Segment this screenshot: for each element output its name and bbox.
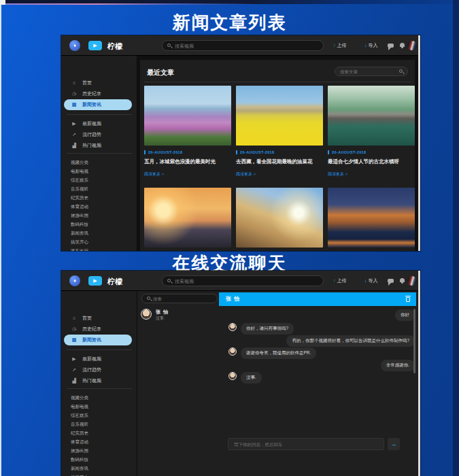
sidebar-divider: [67, 350, 132, 350]
video-search-input[interactable]: [175, 41, 318, 50]
sidebar-item-latest-videos[interactable]: ▶最新视频: [61, 118, 137, 129]
sidebar-divider: [67, 153, 132, 154]
divider: [144, 82, 411, 82]
article-image-stone-bridge: [328, 86, 415, 146]
sidebar-item-hot-videos[interactable]: ▟热门视频: [61, 375, 137, 386]
sidebar-item-trending[interactable]: ↗流行趋势: [61, 129, 137, 140]
sidebar-category[interactable]: 音乐视听: [71, 184, 137, 193]
message-input[interactable]: [234, 439, 377, 449]
sidebar-item-hot-videos[interactable]: ▟热门视频: [61, 140, 137, 151]
home-icon: ⌂: [71, 78, 78, 88]
user-avatar[interactable]: [407, 41, 417, 50]
sidebar-category[interactable]: 视频分类: [71, 393, 137, 402]
article-title[interactable]: 五月，冰城紫色浪漫的最美时光: [144, 158, 231, 165]
article-search-box[interactable]: [335, 67, 408, 76]
article-card[interactable]: 20-AUGUST-2018 最适合七夕情人节的古北水镇呀 阅读更多 >: [328, 86, 415, 177]
article-card[interactable]: 20-AUGUST-2018 五月，冰城紫色浪漫的最美时光 阅读更多 >: [144, 86, 231, 177]
app-logo-icon[interactable]: ♦: [69, 275, 80, 286]
article-card[interactable]: [236, 188, 323, 248]
sidebar-category[interactable]: 旅游出国: [71, 446, 137, 455]
app-logo-icon[interactable]: ♦: [69, 40, 80, 51]
messages-icon[interactable]: [388, 279, 394, 283]
search-icon: [399, 69, 403, 73]
user-avatar[interactable]: [407, 276, 417, 286]
sidebar-category[interactable]: 搞笑开心: [71, 237, 137, 246]
play-logo-icon[interactable]: ▶: [88, 276, 102, 286]
article-image-rapeseed-field: [236, 86, 323, 146]
notifications-icon[interactable]: [400, 278, 405, 282]
sidebar-category[interactable]: 旅游出国: [71, 211, 137, 220]
article-title[interactable]: 最适合七夕情人节的古北水镇呀: [328, 158, 415, 165]
video-search-box[interactable]: [162, 275, 324, 286]
article-card[interactable]: [328, 188, 415, 248]
contact-name[interactable]: 张 怡: [156, 309, 169, 316]
play-logo-icon[interactable]: ▶: [88, 41, 102, 50]
right-edge-band: [453, 0, 459, 476]
send-button[interactable]: →: [388, 438, 400, 450]
video-search-input[interactable]: [175, 276, 318, 286]
sidebar-item-news-active[interactable]: ▤新闻资讯: [64, 335, 132, 345]
sidebar-category[interactable]: 汽车出行: [71, 246, 137, 251]
read-more-link[interactable]: 阅读更多 >: [144, 171, 231, 177]
app-header: ♦ ▶ 柠檬 ↑上传 ↓导入: [61, 271, 418, 291]
sidebar-category[interactable]: 电影电视: [71, 402, 137, 411]
message-input-box[interactable]: [228, 438, 384, 450]
sidebar-category[interactable]: 体育运动: [71, 202, 137, 211]
sidebar-category[interactable]: 新闻资讯: [71, 228, 137, 237]
sidebar-category[interactable]: 数码科技: [71, 455, 137, 464]
upload-button[interactable]: ↑上传: [333, 277, 347, 284]
video-icon: ▶: [71, 354, 78, 364]
chart-icon: ▟: [71, 140, 78, 151]
news-icon: ▤: [71, 335, 78, 345]
article-card[interactable]: 20-AUGUST-2018 去西藏，看全国花期最晚的油菜花 阅读更多 >: [236, 86, 323, 177]
sidebar-category[interactable]: 体育运动: [71, 437, 137, 446]
sidebar-category[interactable]: 视频分类: [71, 158, 137, 167]
sidebar-item-latest-videos[interactable]: ▶最新视频: [61, 354, 137, 364]
article-date: 20-AUGUST-2018: [236, 150, 323, 154]
chart-icon: ▟: [71, 375, 78, 386]
sidebar-item-home[interactable]: ⌂首页: [61, 78, 137, 88]
contact-search-input[interactable]: [153, 294, 214, 303]
import-button[interactable]: ↓导入: [364, 42, 378, 49]
video-search-box[interactable]: [162, 40, 324, 51]
video-icon: ▶: [71, 118, 78, 129]
chat-scrollbar[interactable]: [413, 309, 415, 373]
read-more-link[interactable]: 阅读更多 >: [236, 171, 323, 177]
sidebar-category[interactable]: 搞笑开心: [71, 473, 137, 476]
sidebar-category[interactable]: 数码科技: [71, 220, 137, 228]
sidebar-category[interactable]: 电影电视: [71, 167, 137, 175]
sidebar: ⌂首页 ◷历史纪录 ▤新闻资讯 ▶最新视频 ↗流行趋势 ▟热门视频 视频分类 电…: [61, 56, 137, 251]
article-image-city-flowers: [144, 86, 231, 146]
trend-icon: ↗: [71, 364, 78, 375]
sidebar-item-trending[interactable]: ↗流行趋势: [61, 364, 137, 375]
left-edge-line: [0, 5, 1, 476]
search-icon: [167, 279, 171, 282]
import-button[interactable]: ↓导入: [364, 277, 378, 284]
contact-avatar[interactable]: [141, 309, 152, 320]
article-search-input[interactable]: [340, 67, 397, 75]
article-card[interactable]: [144, 188, 231, 248]
sidebar-item-home[interactable]: ⌂首页: [61, 313, 137, 324]
sidebar-item-news-active[interactable]: ▤新闻资讯: [64, 99, 132, 110]
notifications-icon[interactable]: [400, 43, 405, 47]
sidebar-category[interactable]: 纪实历史: [71, 193, 137, 202]
sidebar-category[interactable]: 纪实历史: [71, 428, 137, 437]
sidebar-item-history[interactable]: ◷历史纪录: [61, 88, 137, 99]
sidebar: ⌂首页 ◷历史纪录 ▤新闻资讯 ▶最新视频 ↗流行趋势 ▟热门视频 视频分类 电…: [61, 291, 137, 476]
sidebar-category[interactable]: 新闻资讯: [71, 464, 137, 473]
corner-notch: [0, 0, 5, 5]
sidebar-item-history[interactable]: ◷历史纪录: [61, 324, 137, 335]
search-icon: [167, 44, 171, 47]
article-title[interactable]: 去西藏，看全国花期最晚的油菜花: [236, 158, 323, 165]
sidebar-category[interactable]: 综艺娱乐: [71, 411, 137, 420]
message-avatar: [228, 323, 237, 331]
read-more-link[interactable]: 阅读更多 >: [328, 171, 415, 177]
messages-icon[interactable]: [388, 44, 394, 48]
news-icon: ▤: [71, 99, 78, 110]
upload-button[interactable]: ↑上传: [333, 42, 347, 49]
message-avatar: [228, 347, 237, 356]
sidebar-category[interactable]: 音乐视听: [71, 420, 137, 428]
contact-search-box[interactable]: [141, 294, 218, 303]
delete-chat-icon[interactable]: [406, 297, 410, 302]
sidebar-category[interactable]: 综艺娱乐: [71, 175, 137, 184]
